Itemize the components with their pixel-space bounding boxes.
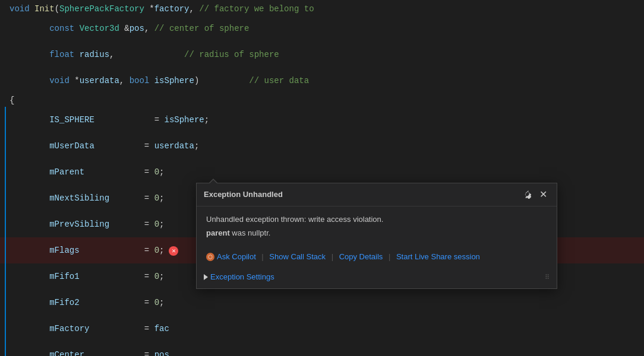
line-indicator <box>5 133 6 159</box>
copilot-icon: ⬡ <box>206 253 214 261</box>
code-line: mCenter = pos <box>0 342 644 356</box>
popup-message-line1: Unhandled exception thrown: write access… <box>206 214 547 226</box>
line-indicator <box>5 290 6 316</box>
exception-popup: Exception Unhandled ✕ Unhandled exceptio… <box>196 183 557 289</box>
exception-settings-link[interactable]: Exception Settings <box>204 271 274 284</box>
pin-button[interactable] <box>521 188 534 201</box>
copy-details-link[interactable]: Copy Details <box>339 250 383 263</box>
pin-icon <box>523 190 532 199</box>
code-line: { <box>0 94 644 107</box>
resize-handle[interactable]: ⠿ <box>545 271 550 284</box>
code-line: void Init(SpherePackFactory *factory, //… <box>0 2 644 15</box>
close-icon: ✕ <box>539 190 547 199</box>
live-share-link[interactable]: Start Live Share session <box>396 250 480 263</box>
error-dot[interactable]: ✕ <box>169 246 178 256</box>
code-line: IS_SPHERE = isSphere; <box>0 107 644 133</box>
popup-body: Unhandled exception thrown: write access… <box>197 206 557 246</box>
popup-footer: Exception Settings ⠿ <box>197 269 557 288</box>
triangle-icon <box>204 274 208 280</box>
popup-actions: ⬡ Ask Copilot | Show Call Stack | Copy D… <box>197 246 557 269</box>
line-indicator <box>5 263 6 290</box>
popup-arrow <box>209 179 218 183</box>
separator: | <box>329 250 336 263</box>
separator: | <box>260 250 266 263</box>
code-line: float radius, // radius of sphere <box>0 42 644 68</box>
line-indicator <box>5 342 6 356</box>
popup-message-line2: parent was nullptr. <box>206 227 547 240</box>
line-indicator <box>5 185 6 211</box>
code-line: mFactory = fac <box>0 316 644 342</box>
code-line: const Vector3d &pos, // center of sphere <box>0 15 644 42</box>
code-editor: void Init(SpherePackFactory *factory, //… <box>0 0 644 356</box>
line-indicator <box>5 211 6 237</box>
show-call-stack-link[interactable]: Show Call Stack <box>269 250 326 263</box>
line-indicator <box>5 107 6 133</box>
popup-header-actions: ✕ <box>521 188 550 201</box>
line-indicator <box>5 316 6 342</box>
line-indicator <box>5 237 6 263</box>
code-line: mParent = 0; <box>0 159 644 185</box>
code-line: void *userdata, bool isSphere) // user d… <box>0 68 644 94</box>
code-line: mFifo2 = 0; <box>0 290 644 316</box>
popup-title: Exception Unhandled <box>204 188 283 201</box>
ask-copilot-link[interactable]: ⬡ Ask Copilot <box>206 250 256 263</box>
code-line: mUserData = userdata; <box>0 133 644 159</box>
close-button[interactable]: ✕ <box>536 188 550 201</box>
popup-header: Exception Unhandled ✕ <box>197 183 557 206</box>
line-indicator <box>5 159 6 185</box>
separator: | <box>386 250 393 263</box>
